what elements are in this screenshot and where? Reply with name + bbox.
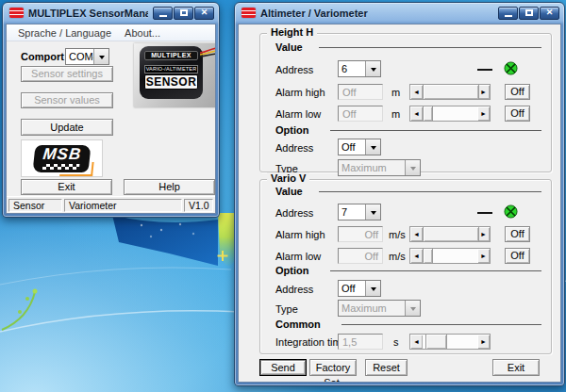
sensor-device: MULTIPLEX VARIO-/ALTIMETER SENSOR <box>140 46 203 99</box>
status-sensor: Sensor <box>8 199 62 212</box>
alarm-low-label: Alarm low <box>275 108 321 120</box>
option-section-label: Option <box>275 265 308 276</box>
height-alarm-low-slider[interactable]: ◄ ► <box>409 106 491 122</box>
reset-button[interactable]: Reset <box>365 359 408 376</box>
close-button[interactable]: ✕ <box>194 7 214 20</box>
sensor-manager-window: MULTIPLEX SensorManager ✕ Sprache / Lang… <box>2 2 220 218</box>
msb-checker-flag <box>42 164 79 170</box>
height-address-select[interactable]: 6 <box>338 60 381 77</box>
section-divider <box>341 324 541 325</box>
value-section-label: Value <box>275 186 303 197</box>
status-led-green <box>504 204 518 219</box>
height-alarm-low-field[interactable]: Off <box>338 106 383 122</box>
section-divider <box>330 130 541 131</box>
status-led-green <box>504 61 518 75</box>
alarm-high-label: Alarm high <box>275 87 325 98</box>
maximize-button[interactable] <box>174 7 193 20</box>
type-label: Type <box>275 303 298 315</box>
signal-dash <box>477 212 492 214</box>
altimeter-variometer-window: Altimeter / Variometer ✕ Height H Value … <box>234 2 565 386</box>
dropdown-arrow-icon <box>405 160 420 175</box>
exit-button[interactable]: Exit <box>492 359 540 376</box>
scroll-right-icon[interactable]: ► <box>477 335 490 349</box>
height-alarm-high-slider[interactable]: ◄ ► <box>409 84 491 100</box>
multiplex-app-icon <box>9 8 24 18</box>
status-version: V1.0 <box>184 199 213 212</box>
height-alarm-high-field[interactable]: Off <box>338 84 383 100</box>
signal-dash <box>477 69 492 71</box>
section-divider <box>319 191 541 192</box>
send-button[interactable]: Send <box>259 359 307 376</box>
vario-alarm-low-off-button[interactable]: Off <box>505 248 530 264</box>
vario-alarm-low-slider[interactable]: ◄ ► <box>409 248 491 264</box>
common-section-label: Common <box>275 318 321 330</box>
integration-time-label: Integration time <box>275 336 347 348</box>
dropdown-arrow-icon[interactable] <box>365 61 380 76</box>
scroll-right-icon[interactable]: ► <box>477 249 490 263</box>
dropdown-arrow-icon[interactable] <box>365 281 380 296</box>
sensor-brand-label: MULTIPLEX <box>144 51 198 60</box>
scroll-left-icon[interactable]: ◄ <box>410 106 423 121</box>
dropdown-arrow-icon[interactable] <box>93 49 108 64</box>
maximize-button[interactable] <box>519 7 539 20</box>
alarm-high-unit: m/s <box>389 229 406 240</box>
vario-alarm-high-off-button[interactable]: Off <box>505 226 530 242</box>
menu-about[interactable]: About... <box>119 26 166 40</box>
dropdown-arrow-icon[interactable] <box>365 204 380 220</box>
height-group-label: Height H <box>267 26 317 38</box>
dropdown-arrow-icon[interactable] <box>365 139 380 155</box>
vario-alarm-low-field[interactable]: Off <box>338 248 383 264</box>
altimeter-client: Height H Value Address 6 Alarm high Off … <box>238 24 561 383</box>
vario-group-label: Vario V <box>267 172 309 184</box>
minimize-icon <box>159 15 167 17</box>
sensor-settings-button[interactable]: Sensor settings <box>21 66 113 82</box>
scroll-left-icon[interactable]: ◄ <box>410 85 423 99</box>
minimize-button[interactable] <box>498 7 518 20</box>
sensor-name-label: SENSOR <box>144 74 198 90</box>
menu-language[interactable]: Sprache / Language <box>12 26 117 40</box>
vario-type-select[interactable]: Maximum <box>338 300 421 317</box>
value-section-label: Value <box>275 41 303 53</box>
scroll-right-icon[interactable]: ► <box>477 106 490 121</box>
comport-select[interactable]: COM4 <box>65 48 109 65</box>
update-button[interactable]: Update <box>21 119 113 136</box>
height-alarm-low-off-button[interactable]: Off <box>505 106 530 122</box>
msb-logo: MSB <box>21 139 103 177</box>
vario-address-select[interactable]: 7 <box>338 204 381 220</box>
integration-time-slider[interactable]: ◄ ► <box>409 334 491 350</box>
section-divider <box>330 270 541 271</box>
integration-time-unit: s <box>393 336 399 348</box>
height-option-address-select[interactable]: Off <box>338 139 381 155</box>
dropdown-arrow-icon <box>405 301 420 316</box>
maximize-icon <box>525 9 533 16</box>
address-label: Address <box>275 207 313 219</box>
minimize-icon <box>505 15 512 17</box>
close-button[interactable]: ✕ <box>540 7 559 20</box>
comport-label: Comport <box>21 51 64 62</box>
maximize-icon <box>180 9 188 16</box>
scroll-left-icon[interactable]: ◄ <box>410 249 423 263</box>
alarm-low-unit: m/s <box>389 251 406 262</box>
vario-alarm-high-slider[interactable]: ◄ ► <box>409 226 491 242</box>
height-alarm-high-off-button[interactable]: Off <box>505 84 530 100</box>
sensor-values-button[interactable]: Sensor values <box>21 92 113 108</box>
titlebar[interactable]: Altimeter / Variometer ✕ <box>235 3 564 23</box>
height-type-select[interactable]: Maximum <box>338 159 421 176</box>
vario-option-address-select[interactable]: Off <box>338 280 381 297</box>
sensor-wires <box>200 45 216 60</box>
help-button[interactable]: Help <box>124 179 215 195</box>
scroll-left-icon[interactable]: ◄ <box>410 335 423 349</box>
integration-time-field[interactable]: 1,5 <box>338 334 383 350</box>
alarm-low-unit: m <box>391 108 400 120</box>
scroll-left-icon[interactable]: ◄ <box>410 227 423 241</box>
window-title: MULTIPLEX SensorManager <box>28 8 148 19</box>
factory-set-button[interactable]: Factory Set. <box>309 359 357 376</box>
vario-alarm-high-field[interactable]: Off <box>338 226 383 242</box>
exit-button[interactable]: Exit <box>21 179 112 195</box>
section-divider <box>319 47 541 48</box>
close-icon: ✕ <box>546 8 554 17</box>
titlebar[interactable]: MULTIPLEX SensorManager ✕ <box>3 3 219 23</box>
sensor-manager-client: Sprache / Language About... Comport COM4… <box>6 24 216 214</box>
minimize-button[interactable] <box>153 7 173 20</box>
option-address-label: Address <box>275 142 313 154</box>
